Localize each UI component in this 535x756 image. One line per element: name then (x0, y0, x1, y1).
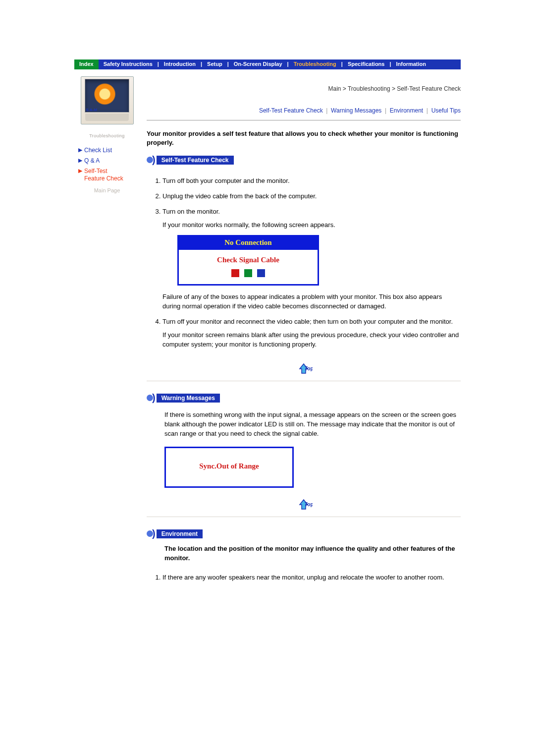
rgb-squares (179, 269, 318, 277)
check-signal-cable-text: Check Signal Cable (179, 255, 318, 266)
nav-osd[interactable]: On-Screen Display (229, 59, 287, 69)
back-to-top-button[interactable]: Top (294, 497, 314, 512)
step-2: Unplug the video cable from the back of … (162, 189, 461, 204)
play-icon: ▶ (78, 157, 84, 164)
svg-text:Top: Top (305, 502, 313, 507)
no-connection-title: No Connection (179, 236, 318, 250)
divider (147, 517, 461, 517)
back-to-top-button[interactable]: Top (294, 361, 314, 376)
nav-safety[interactable]: Safety Instructions (99, 59, 158, 69)
sidebar: S A-M Troubleshooting ▶ Check List ▶ Q &… (74, 69, 140, 195)
bullet-icon (147, 530, 153, 537)
section-heading-environment: ) Environment (147, 528, 203, 539)
nav-specifications[interactable]: Specifications (343, 59, 390, 69)
red-square-icon (231, 269, 239, 277)
product-thumbnail: S A-M (81, 76, 134, 124)
sublink-environment[interactable]: Environment (390, 107, 423, 114)
sidebar-item-selftest[interactable]: Self-Test Feature Check (84, 168, 123, 182)
step-4-text: Turn off your monitor and reconnect the … (162, 318, 453, 325)
selftest-steps: Turn off both your computer and the moni… (147, 174, 461, 352)
brand-label: S A-M (86, 108, 97, 112)
step-4: Turn off your monitor and reconnect the … (162, 314, 461, 352)
section-heading-selftest: ) Self-Test Feature Check (147, 154, 234, 166)
content-area: Main > Troubleshooting > Self-Test Featu… (140, 69, 461, 590)
sidebar-item-label: Self-Test (84, 168, 107, 174)
nav-setup[interactable]: Setup (202, 59, 227, 69)
blue-square-icon (257, 269, 265, 277)
step-3-sub: If your monitor works normally, the foll… (162, 217, 461, 230)
section-label: Environment (157, 529, 203, 538)
top-nav: Index Safety Instructions | Introduction… (74, 59, 461, 69)
play-icon: ▶ (78, 168, 84, 174)
play-icon: ▶ (78, 147, 84, 154)
sublink-tips[interactable]: Useful Tips (431, 107, 461, 114)
main-page-link[interactable]: Main Page (74, 186, 140, 195)
sync-out-of-range-text: Sync.Out of Range (166, 462, 292, 470)
nav-index[interactable]: Index (74, 59, 99, 69)
sidebar-category: Troubleshooting (74, 132, 140, 142)
environment-steps: If there are any woofer speakers near th… (147, 570, 461, 585)
env-step-1: If there are any woofer speakers near th… (162, 570, 461, 585)
breadcrumb: Main > Troubleshooting > Self-Test Featu… (147, 69, 461, 107)
svg-text:Top: Top (305, 366, 313, 371)
step-3-after: Failure of any of the boxes to appear in… (162, 292, 461, 311)
step-1: Turn off both your computer and the moni… (162, 174, 461, 189)
sublink-selftest[interactable]: Self-Test Feature Check (259, 107, 323, 114)
sublink-bar: Self-Test Feature Check | Warning Messag… (147, 107, 461, 120)
intro-text: Your monitor provides a self test featur… (147, 120, 461, 152)
sidebar-item-qa[interactable]: Q & A (84, 157, 100, 165)
sublink-warning[interactable]: Warning Messages (331, 107, 381, 114)
sync-out-of-range-box: Sync.Out of Range (164, 447, 294, 488)
step-3-text: Turn on the monitor. (162, 208, 220, 215)
nav-information[interactable]: Information (391, 59, 431, 69)
nav-introduction[interactable]: Introduction (159, 59, 201, 69)
step-4-sub: If your monitor screen remains blank aft… (162, 327, 461, 349)
step-3: Turn on the monitor. If your monitor wor… (162, 204, 461, 314)
warning-paragraph: If there is something wrong with the inp… (147, 408, 461, 445)
top-icon: Top (295, 361, 313, 376)
divider (147, 381, 461, 381)
section-label: Warning Messages (157, 394, 220, 403)
top-icon: Top (295, 497, 313, 512)
section-label: Self-Test Feature Check (157, 156, 234, 165)
green-square-icon (244, 269, 252, 277)
no-connection-box: No Connection Check Signal Cable (177, 235, 319, 286)
sidebar-item-label: Feature Check (84, 175, 123, 182)
section-heading-warning: ) Warning Messages (147, 392, 220, 404)
sidebar-item-checklist[interactable]: Check List (84, 147, 112, 154)
environment-intro: The location and the position of the mon… (147, 544, 461, 567)
nav-troubleshooting[interactable]: Troubleshooting (289, 59, 341, 69)
